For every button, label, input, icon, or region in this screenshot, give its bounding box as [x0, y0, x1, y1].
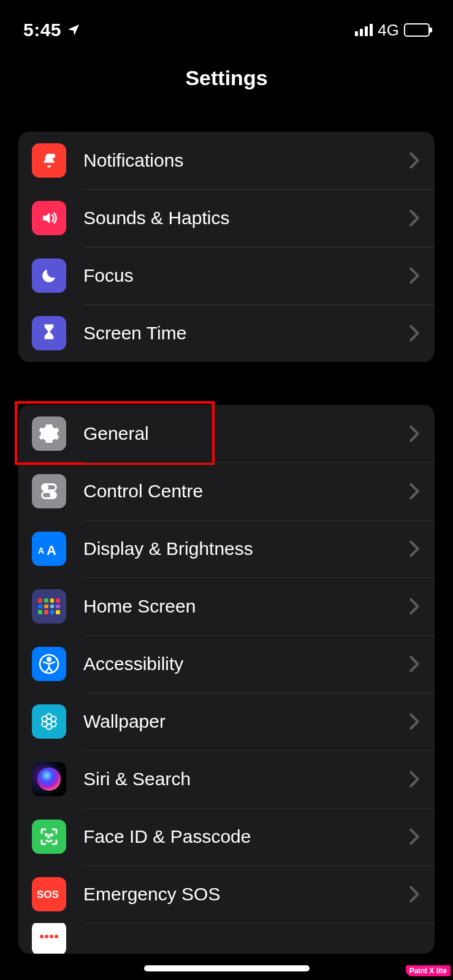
focus-icon — [32, 258, 66, 293]
status-left: 5:45 — [23, 20, 81, 40]
cellular-signal-icon — [355, 24, 373, 36]
chevron-right-icon — [409, 152, 420, 169]
row-wallpaper[interactable]: Wallpaper — [18, 693, 435, 750]
home-indicator[interactable] — [144, 965, 310, 971]
clock-time: 5:45 — [23, 20, 61, 40]
row-label: Sounds & Haptics — [83, 208, 409, 228]
svg-point-16 — [45, 834, 47, 835]
row-label: Accessibility — [83, 654, 409, 674]
general-icon — [32, 417, 66, 451]
chevron-right-icon — [409, 483, 420, 500]
battery-icon — [404, 23, 430, 37]
svg-text:A: A — [47, 543, 56, 557]
chevron-right-icon — [409, 828, 420, 845]
row-label: General — [83, 423, 409, 444]
svg-point-17 — [51, 834, 52, 835]
emergency-sos-icon: SOS — [32, 877, 66, 911]
svg-point-20 — [45, 935, 48, 938]
chevron-right-icon — [409, 425, 420, 442]
svg-point-8 — [47, 658, 50, 661]
status-right: 4G — [355, 21, 430, 40]
status-bar: 5:45 4G — [0, 0, 453, 43]
row-accessibility[interactable]: Accessibility — [18, 635, 435, 693]
row-screen-time[interactable]: Screen Time — [18, 304, 435, 362]
watermark-label: Paint X lite — [406, 965, 451, 976]
row-label: Emergency SOS — [83, 884, 409, 905]
chevron-right-icon — [409, 655, 420, 673]
svg-text:A: A — [38, 546, 44, 556]
row-label: Control Centre — [83, 481, 409, 502]
page-header: Settings — [0, 43, 453, 107]
home-screen-icon — [32, 589, 66, 624]
row-label: Display & Brightness — [83, 538, 409, 559]
row-label: Screen Time — [83, 323, 409, 344]
control-centre-icon — [32, 474, 66, 508]
row-label: Notifications — [83, 150, 409, 171]
svg-point-0 — [51, 154, 56, 159]
row-partial-next[interactable] — [18, 923, 435, 954]
chevron-right-icon — [409, 540, 420, 557]
settings-section-general-group: General Control Centre AA Display & Brig… — [18, 405, 435, 954]
row-display-brightness[interactable]: AA Display & Brightness — [18, 520, 435, 578]
row-focus[interactable]: Focus — [18, 247, 435, 304]
accessibility-icon — [32, 647, 66, 681]
svg-point-22 — [55, 935, 58, 938]
chevron-right-icon — [409, 325, 420, 342]
row-home-screen[interactable]: Home Screen — [18, 578, 435, 635]
page-title: Settings — [0, 66, 453, 90]
chevron-right-icon — [409, 713, 420, 730]
siri-icon — [32, 762, 66, 796]
row-label: Wallpaper — [83, 711, 409, 732]
svg-text:SOS: SOS — [37, 889, 59, 900]
row-siri-search[interactable]: Siri & Search — [18, 750, 435, 808]
svg-point-4 — [51, 493, 55, 497]
svg-point-14 — [42, 722, 47, 727]
row-label: Face ID & Passcode — [83, 826, 409, 847]
row-face-id-passcode[interactable]: Face ID & Passcode — [18, 808, 435, 865]
chevron-right-icon — [409, 267, 420, 284]
screen-time-icon — [32, 316, 66, 350]
row-label: Siri & Search — [83, 769, 409, 790]
row-emergency-sos[interactable]: SOS Emergency SOS — [18, 865, 435, 923]
svg-point-19 — [40, 935, 44, 938]
location-icon — [66, 23, 81, 37]
exposure-notifications-icon — [32, 923, 66, 954]
svg-point-21 — [50, 935, 53, 938]
row-general[interactable]: General — [18, 405, 435, 462]
row-label: Focus — [83, 265, 409, 286]
settings-section-notifications-group: Notifications Sounds & Haptics Focus Scr… — [18, 132, 435, 362]
row-sounds-haptics[interactable]: Sounds & Haptics — [18, 189, 435, 247]
chevron-right-icon — [409, 771, 420, 788]
svg-point-12 — [42, 717, 47, 722]
row-label: Home Screen — [83, 596, 409, 617]
svg-point-15 — [51, 722, 56, 727]
chevron-right-icon — [409, 209, 420, 227]
wallpaper-icon — [32, 704, 66, 739]
cellular-label: 4G — [378, 21, 399, 40]
notifications-icon — [32, 143, 66, 178]
svg-point-13 — [51, 717, 56, 722]
display-brightness-icon: AA — [32, 532, 66, 566]
chevron-right-icon — [409, 598, 420, 615]
row-control-centre[interactable]: Control Centre — [18, 462, 435, 520]
row-notifications[interactable]: Notifications — [18, 132, 435, 189]
sounds-icon — [32, 201, 66, 235]
face-id-icon — [32, 820, 66, 854]
chevron-right-icon — [409, 886, 420, 903]
svg-point-2 — [44, 486, 47, 489]
